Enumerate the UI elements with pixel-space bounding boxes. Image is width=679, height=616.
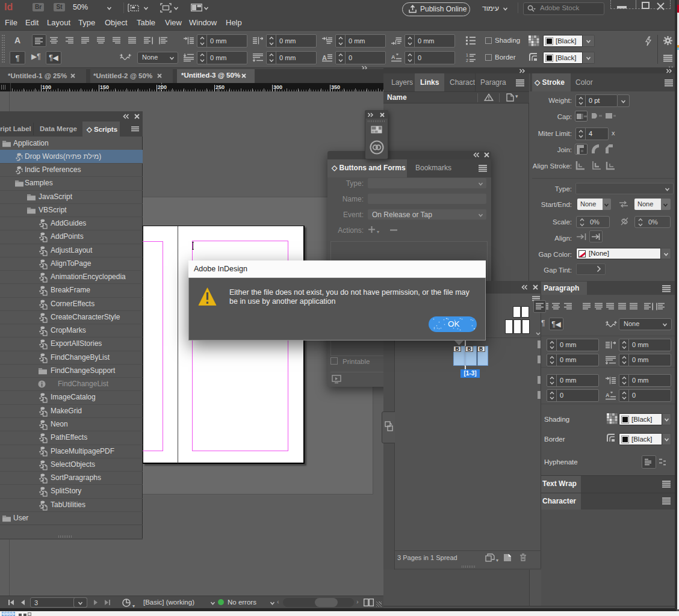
svg-text:A: A xyxy=(606,392,610,398)
svg-text:A: A xyxy=(391,54,395,60)
svg-text:2: 2 xyxy=(466,58,468,63)
svg-text:1: 1 xyxy=(466,53,468,57)
svg-text:A: A xyxy=(322,54,327,61)
